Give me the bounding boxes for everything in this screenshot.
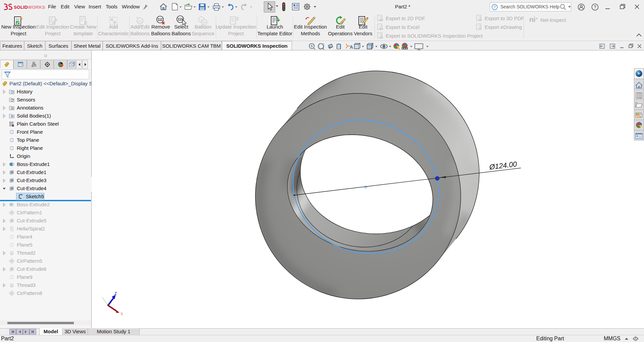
svg-text:3D: 3D bbox=[479, 19, 482, 21]
svg-text:?: ? bbox=[494, 5, 496, 9]
svg-text:?: ? bbox=[594, 4, 596, 10]
svg-text:111: 111 bbox=[138, 19, 142, 23]
svg-text:111: 111 bbox=[157, 18, 163, 22]
svg-text:111: 111 bbox=[178, 17, 183, 21]
svg-text:SOLIDWORKS: SOLIDWORKS bbox=[14, 5, 45, 10]
svg-text:PDF: PDF bbox=[379, 19, 383, 21]
svg-text:XLS: XLS bbox=[379, 28, 383, 30]
svg-text:A: A bbox=[350, 44, 353, 50]
svg-text:SW: SW bbox=[380, 37, 383, 39]
svg-text:z: z bbox=[114, 290, 117, 296]
svg-text:Ø124.00: Ø124.00 bbox=[489, 160, 517, 171]
svg-text:x: x bbox=[120, 310, 123, 316]
